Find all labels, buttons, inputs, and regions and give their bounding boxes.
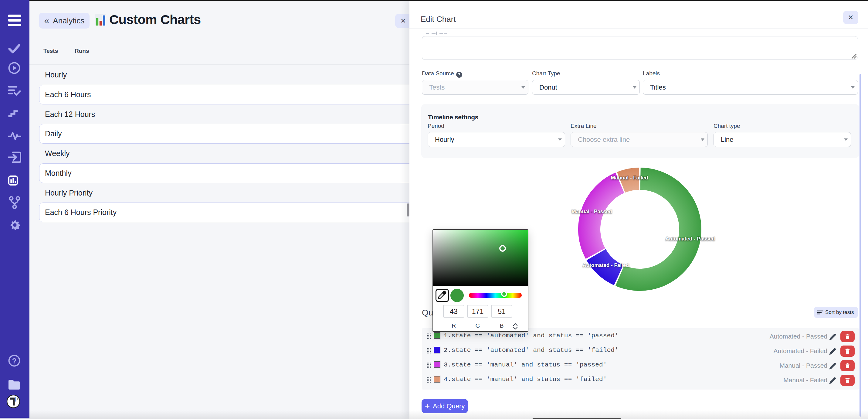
svg-text:?: ?	[12, 357, 17, 365]
